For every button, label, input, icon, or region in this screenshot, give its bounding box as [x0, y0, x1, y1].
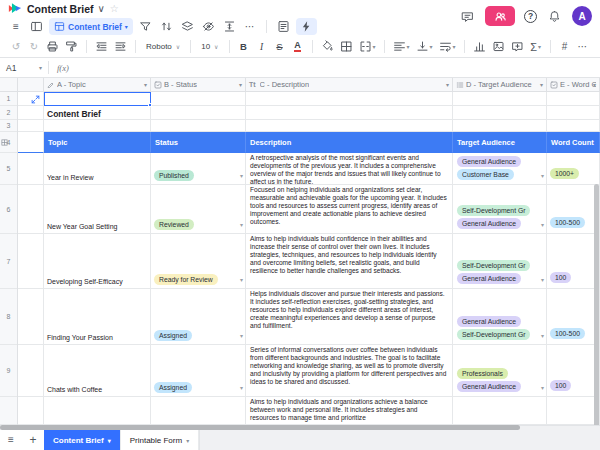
cell[interactable]: [18, 289, 44, 345]
table-header-status[interactable]: Status: [151, 132, 246, 153]
row-number[interactable]: 7: [0, 234, 17, 289]
target-audience-cell[interactable]: Self-Development GrGeneral Audience▾: [453, 234, 547, 289]
description-cell[interactable]: Aims to help individuals build confidenc…: [246, 234, 453, 289]
vertical-scrollbar[interactable]: [594, 184, 599, 425]
row-number[interactable]: [0, 397, 17, 425]
cell[interactable]: [151, 120, 246, 132]
fill-handle[interactable]: [148, 103, 152, 107]
status-cell[interactable]: ▾: [151, 397, 246, 425]
row-number[interactable]: 9: [0, 345, 17, 397]
status-cell[interactable]: Assigned▾: [151, 345, 246, 397]
row-number[interactable]: 6: [0, 185, 17, 234]
sidebar-toggle-button[interactable]: [28, 19, 45, 35]
topic-cell[interactable]: Developing Self-Efficacy: [44, 234, 151, 289]
cell[interactable]: [246, 106, 453, 120]
form-button[interactable]: [275, 19, 292, 35]
cell[interactable]: [547, 106, 600, 120]
cell[interactable]: [547, 92, 600, 106]
row-number[interactable]: 3: [0, 120, 17, 132]
column-header-narrow[interactable]: [18, 78, 44, 91]
cell[interactable]: [547, 120, 600, 132]
title-chevron-down-icon[interactable]: ∨: [98, 4, 105, 14]
audience-chip[interactable]: Customer Base: [457, 169, 514, 180]
fill-color-button[interactable]: [319, 39, 336, 55]
text-color-button[interactable]: A: [290, 39, 306, 55]
row-number[interactable]: 5: [0, 153, 17, 185]
cell[interactable]: [246, 92, 453, 106]
cell[interactable]: [18, 153, 44, 185]
all-sheets-button[interactable]: ≡: [0, 435, 22, 445]
hide-fields-button[interactable]: [200, 19, 217, 35]
add-sheet-button[interactable]: +: [22, 435, 44, 445]
topic-cell[interactable]: Finding Your Passion: [44, 289, 151, 345]
format-more-button[interactable]: ⋯: [575, 39, 591, 55]
name-box[interactable]: A1 ▾: [0, 63, 48, 73]
audience-chip[interactable]: General Audience: [457, 273, 521, 284]
target-audience-cell[interactable]: ▾: [453, 397, 547, 425]
insert-comment-button[interactable]: [509, 39, 526, 55]
status-cell[interactable]: Assigned▾: [151, 289, 246, 345]
sort-button[interactable]: [158, 19, 175, 35]
fx-label[interactable]: f(x): [48, 61, 69, 74]
row-height-button[interactable]: [221, 19, 238, 35]
description-cell[interactable]: Series of informal conversations over co…: [246, 345, 453, 397]
topic-cell[interactable]: [44, 397, 151, 425]
topic-cell[interactable]: Year in Review: [44, 153, 151, 185]
description-cell[interactable]: Helps individuals discover and pursue th…: [246, 289, 453, 345]
cell[interactable]: [18, 132, 44, 153]
audience-chip[interactable]: General Audience: [457, 316, 521, 327]
word-count-cell[interactable]: 1000+: [547, 153, 600, 185]
status-cell[interactable]: Published▾: [151, 153, 246, 185]
table-header-topic[interactable]: Topic: [44, 132, 151, 153]
target-audience-cell[interactable]: General AudienceCustomer Base▾: [453, 153, 547, 185]
word-count-cell[interactable]: [547, 397, 600, 425]
cell[interactable]: [44, 120, 151, 132]
strikethrough-button[interactable]: S: [272, 39, 288, 55]
cell[interactable]: [18, 234, 44, 289]
number-format-button[interactable]: #: [557, 39, 573, 55]
indent-increase-button[interactable]: [112, 39, 129, 55]
column-header[interactable]: D - Target Audience ▾: [453, 78, 547, 91]
word-count-cell[interactable]: 100-500: [547, 289, 600, 345]
menu-button[interactable]: ≡: [8, 19, 24, 35]
vertical-align-button[interactable]: ▾: [414, 39, 435, 55]
italic-button[interactable]: I: [254, 39, 270, 55]
cell[interactable]: [453, 120, 547, 132]
sheet-tab-printable-form[interactable]: Printable Form▾: [121, 430, 199, 450]
expand-record-icon[interactable]: [31, 95, 40, 104]
audience-chip[interactable]: Self-Development Gr: [457, 205, 530, 216]
description-cell[interactable]: A retrospective analysis of the most sig…: [246, 153, 453, 185]
target-audience-cell[interactable]: Self-Development GrGeneral Audience▾: [453, 185, 547, 234]
cell[interactable]: [151, 106, 246, 120]
status-cell[interactable]: Ready for Review▾: [151, 234, 246, 289]
target-audience-cell[interactable]: ProfessionalsGeneral Audience▾: [453, 345, 547, 397]
sheet-tab-content-brief[interactable]: Content Brief▾: [44, 430, 121, 450]
automation-button[interactable]: [296, 18, 317, 35]
borders-button[interactable]: [338, 39, 355, 55]
column-header[interactable]: E - Word Count ▾: [547, 78, 600, 91]
word-count-cell[interactable]: 100: [547, 234, 600, 289]
column-header[interactable]: Tt C - Description ▾: [246, 78, 453, 91]
cell[interactable]: [453, 92, 547, 106]
insert-image-button[interactable]: [490, 39, 507, 55]
favorite-star-icon[interactable]: ☆: [110, 4, 119, 14]
sum-button[interactable]: Σ ▾: [528, 39, 544, 55]
print-button[interactable]: [44, 39, 61, 55]
font-family-select[interactable]: Roboto ∨: [142, 39, 184, 55]
indent-decrease-button[interactable]: [93, 39, 110, 55]
audience-chip[interactable]: General Audience: [457, 218, 521, 229]
column-header[interactable]: B - Status ▾: [151, 78, 246, 91]
filter-button[interactable]: [137, 19, 154, 35]
cell[interactable]: [151, 92, 246, 106]
cell[interactable]: [18, 120, 44, 132]
audience-chip[interactable]: General Audience: [457, 156, 521, 167]
group-button[interactable]: [179, 19, 196, 35]
cell[interactable]: [453, 106, 547, 120]
select-all-corner[interactable]: [0, 78, 18, 91]
description-cell[interactable]: Focused on helping individuals and organ…: [246, 185, 453, 234]
table-header-word-count[interactable]: Word Count: [547, 132, 600, 153]
font-size-select[interactable]: 10 ∨: [197, 39, 222, 55]
row-number[interactable]: 4: [0, 132, 17, 153]
insert-chart-button[interactable]: [471, 39, 488, 55]
column-header[interactable]: A - Topic ▾: [44, 78, 151, 91]
